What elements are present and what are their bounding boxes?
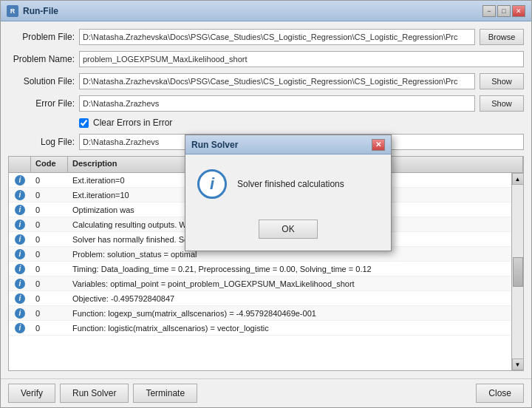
row-icon: i	[9, 307, 31, 320]
title-controls: − □ ✕	[482, 5, 525, 17]
row-desc: Timing: Data_loading_time = 0.21, Prepro…	[68, 263, 511, 275]
row-code: 0	[31, 293, 68, 305]
error-file-row: Error File: Show	[8, 95, 524, 112]
modal-content: i Solver finished calculations	[185, 154, 391, 214]
row-icon: i	[9, 248, 31, 261]
problem-file-row: Problem File: Browse	[8, 29, 524, 45]
solution-file-row: Solution File: Show	[8, 73, 524, 89]
window-title: Run-File	[23, 6, 58, 16]
terminate-button[interactable]: Terminate	[133, 384, 197, 403]
problem-name-row: Problem Name:	[8, 51, 524, 67]
row-code: 0	[31, 248, 68, 260]
row-icon: i	[9, 292, 31, 305]
modal-title-bar: Run Solver ✕	[185, 135, 391, 154]
row-code: 0	[31, 174, 68, 186]
row-icon: i	[9, 233, 31, 246]
close-window-button[interactable]: ✕	[512, 5, 525, 17]
bottom-bar: Verify Run Solver Terminate Close	[1, 378, 531, 407]
scrollbar[interactable]: ▲ ▼	[511, 173, 523, 370]
row-icon: i	[9, 277, 31, 290]
modal-message: Solver finished calculations	[237, 179, 344, 189]
solution-file-label: Solution File:	[8, 76, 75, 86]
row-code: 0	[31, 234, 68, 245]
browse-button[interactable]: Browse	[480, 29, 524, 45]
log-col-code: Code	[31, 157, 68, 172]
row-code: 0	[31, 307, 68, 319]
table-row: i 0 Objective: -0.495792840847	[9, 291, 511, 306]
solution-file-input[interactable]	[79, 73, 475, 89]
table-row: i 0 Variables: optimal_point = point_pro…	[9, 276, 511, 291]
modal-info-icon: i	[197, 169, 227, 199]
clear-errors-checkbox[interactable]	[79, 118, 89, 128]
table-row: i 0 Timing: Data_loading_time = 0.21, Pr…	[9, 262, 511, 276]
row-icon: i	[9, 322, 31, 335]
maximize-button[interactable]: □	[497, 5, 511, 17]
row-icon: i	[9, 203, 31, 217]
table-row: i 0 Function: logexp_sum(matrix_allscena…	[9, 306, 511, 321]
title-bar: R Run-File − □ ✕	[1, 1, 531, 21]
modal-ok-button[interactable]: OK	[259, 220, 318, 239]
row-desc: Function: logexp_sum(matrix_allscenarios…	[68, 307, 511, 319]
error-file-input[interactable]	[79, 95, 475, 112]
row-desc: Function: logistic(matrix_allscenarios) …	[68, 322, 511, 334]
row-code: 0	[31, 204, 68, 216]
solution-show-button[interactable]: Show	[480, 73, 524, 89]
minimize-button[interactable]: −	[482, 5, 496, 17]
run-solver-modal: Run Solver ✕ i Solver finished calculati…	[185, 135, 392, 251]
log-col-icon	[9, 157, 31, 172]
problem-file-input[interactable]	[79, 29, 475, 45]
table-row: i 0 Function: logistic(matrix_allscenari…	[9, 321, 511, 336]
window-icon: R	[7, 5, 18, 17]
verify-button[interactable]: Verify	[8, 384, 55, 403]
row-code: 0	[31, 278, 68, 290]
row-code: 0	[31, 219, 68, 231]
title-bar-left: R Run-File	[7, 5, 58, 17]
row-desc: Objective: -0.495792840847	[68, 293, 511, 305]
row-icon: i	[9, 218, 31, 231]
modal-title: Run Solver	[191, 140, 238, 150]
row-code: 0	[31, 189, 68, 201]
error-show-button[interactable]: Show	[480, 95, 524, 112]
modal-footer: OK	[185, 214, 391, 251]
scroll-up-arrow[interactable]: ▲	[512, 173, 524, 185]
row-icon: i	[9, 262, 31, 276]
run-solver-button[interactable]: Run Solver	[60, 384, 129, 403]
row-code: 0	[31, 322, 68, 334]
clear-errors-row: Clear Errors in Error	[8, 118, 524, 128]
log-file-label: Log File:	[8, 137, 75, 147]
problem-name-label: Problem Name:	[8, 54, 75, 64]
row-code: 0	[31, 263, 68, 275]
row-icon: i	[9, 174, 31, 187]
scroll-down-arrow[interactable]: ▼	[512, 358, 524, 370]
problem-file-label: Problem File:	[8, 32, 75, 42]
problem-name-input[interactable]	[79, 51, 524, 67]
row-desc: Variables: optimal_point = point_problem…	[68, 278, 511, 290]
row-icon: i	[9, 188, 31, 202]
scroll-thumb[interactable]	[513, 257, 523, 287]
error-file-label: Error File:	[8, 98, 75, 109]
clear-errors-label: Clear Errors in Error	[93, 118, 172, 128]
modal-close-button[interactable]: ✕	[372, 139, 385, 151]
close-button[interactable]: Close	[476, 384, 524, 403]
